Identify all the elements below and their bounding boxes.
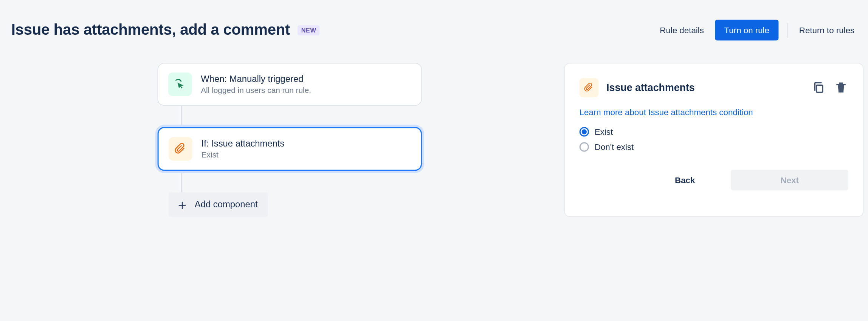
learn-more-link[interactable]: Learn more about Issue attachments condi… (580, 107, 753, 117)
radio-dont-exist[interactable]: Don't exist (580, 142, 848, 151)
trigger-title: When: Manually triggered (201, 74, 311, 84)
svg-rect-0 (817, 85, 823, 92)
trigger-content: When: Manually triggered All logged in u… (201, 74, 311, 94)
connector-line (181, 106, 182, 127)
add-component-label: Add component (195, 199, 258, 210)
condition-title: If: Issue attachments (202, 139, 285, 149)
radio-icon (580, 127, 589, 136)
builder-body: When: Manually triggered All logged in u… (0, 40, 868, 217)
delete-button[interactable] (834, 80, 848, 95)
add-component-button[interactable]: ＋ Add component (169, 192, 268, 217)
radio-label-dont-exist: Don't exist (595, 142, 634, 151)
panel-title-wrap: Issue attachments (580, 78, 695, 97)
trigger-subtitle: All logged in users can run rule. (201, 85, 311, 94)
new-badge: NEW (298, 25, 319, 35)
paperclip-icon (580, 78, 599, 97)
copy-icon (812, 82, 825, 94)
automation-rule-builder: Issue has attachments, add a comment NEW… (0, 0, 868, 321)
page-header: Issue has attachments, add a comment NEW… (0, 0, 868, 40)
config-panel: Issue attachments (564, 63, 863, 217)
flow-column: When: Manually triggered All logged in u… (0, 63, 564, 217)
return-to-rules-button[interactable]: Return to rules (797, 22, 857, 38)
condition-content: If: Issue attachments Exist (202, 139, 285, 159)
connector-line (181, 171, 182, 192)
next-button: Next (731, 170, 848, 190)
duplicate-button[interactable] (811, 80, 826, 95)
panel-title: Issue attachments (606, 82, 695, 94)
panel-header: Issue attachments (580, 78, 848, 97)
svg-rect-2 (839, 82, 843, 84)
radio-label-exist: Exist (595, 127, 613, 136)
separator (787, 23, 788, 37)
trash-icon (835, 82, 847, 94)
page-title: Issue has attachments, add a comment (11, 22, 290, 39)
cursor-click-icon (168, 73, 192, 96)
rule-details-button[interactable]: Rule details (657, 22, 706, 38)
radio-icon (580, 142, 589, 151)
condition-subtitle: Exist (202, 150, 285, 159)
panel-footer: Back Next (580, 170, 848, 190)
trigger-card[interactable]: When: Manually triggered All logged in u… (158, 63, 422, 106)
paperclip-icon (169, 137, 192, 160)
radio-exist[interactable]: Exist (580, 127, 848, 136)
condition-card[interactable]: If: Issue attachments Exist (158, 127, 422, 171)
turn-on-rule-button[interactable]: Turn on rule (715, 20, 778, 40)
title-wrap: Issue has attachments, add a comment NEW (11, 22, 319, 39)
panel-action-icons (811, 80, 848, 95)
svg-rect-1 (836, 84, 846, 85)
header-actions: Rule details Turn on rule Return to rule… (657, 20, 857, 40)
back-button[interactable]: Back (645, 170, 725, 190)
plus-icon: ＋ (175, 198, 189, 211)
